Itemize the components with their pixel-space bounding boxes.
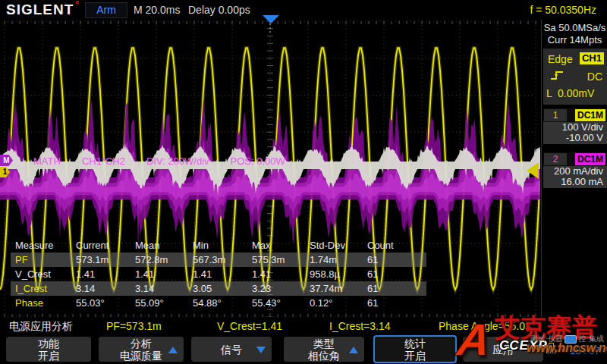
menu-button-analysis[interactable]: 分析电源质量 <box>99 337 184 362</box>
col-count: Count <box>367 238 410 253</box>
acquisition-status-badge: Arm <box>85 2 127 18</box>
network-device-icon <box>546 343 556 353</box>
brand-text: SIGLENT <box>6 2 74 17</box>
channel1-scale: 100 V/div <box>543 122 607 133</box>
error-cross-icon: ✕ <box>556 342 566 356</box>
timebase-readout: M 20.0ms <box>134 4 180 16</box>
down-arrow-icon <box>256 347 266 353</box>
rising-edge-icon <box>549 68 566 82</box>
channel1-info-box[interactable]: 1 DC1M 100 V/div -10.00 V <box>543 108 607 144</box>
math-div-scale: DIV: 200W/div <box>146 155 209 167</box>
channel1-values: 100 V/div -10.00 V <box>543 122 607 144</box>
col-measure: Measure <box>15 238 76 253</box>
trigger-info-box[interactable]: Edge CH1 DC L 0.00mV <box>543 49 607 105</box>
channel2-scale: 200 mA/div <box>543 166 607 177</box>
table-row-icrest: I_Crest 3.14 3.14 3.05 3.23 37.74m 61 <box>11 281 426 296</box>
table-row-pf: PF 573.1m 572.8m 567.3m 575.3m 1.74m 61 <box>11 253 426 267</box>
table-header-row: Measure Current Mean Min Max Std-Dev Cou… <box>11 238 426 253</box>
up-arrow-icon <box>168 347 178 353</box>
col-mean: Mean <box>135 238 193 253</box>
acquisition-info: Sa 50.0MSa/s Curr 14Mpts <box>542 22 607 46</box>
memory-depth: Curr 14Mpts <box>542 34 607 46</box>
channel2-offset: 16.00 mA <box>543 177 607 187</box>
trigger-coupling: DC <box>587 71 602 83</box>
trigger-mode: Edge <box>548 53 573 65</box>
math-expression: CH1*CH2 <box>82 155 125 167</box>
math-label: MATH <box>33 155 61 167</box>
brand-red-dot-icon <box>76 1 79 4</box>
brand-logo: SIGLENT <box>6 2 74 18</box>
channel2-info-box[interactable]: 2 DC1M 200 mA/div 16.00 mA <box>543 152 607 188</box>
status-phase: Phase Angle=55.03° <box>439 320 535 332</box>
table-row-vcrest: V_Crest 1.41 1.41 1.41 1.41 958.8µ 61 <box>11 267 426 281</box>
measurement-table: Measure Current Mean Min Max Std-Dev Cou… <box>11 238 426 310</box>
trigger-level-icon[interactable] <box>527 162 539 179</box>
math-channel-descriptor: MATH CH1*CH2 DIV: 200W/div POS: 0.00W <box>33 155 285 167</box>
trigger-source-badge: CH1 <box>580 52 604 64</box>
col-min: Min <box>193 238 252 253</box>
menu-button-apply[interactable]: 应用 <box>463 337 543 362</box>
trigger-level-readout: L 0.00mV <box>546 87 594 99</box>
trigger-position-icon[interactable] <box>263 15 279 24</box>
menu-button-signal[interactable]: 信号 <box>191 337 272 362</box>
menu-button-statistics[interactable]: 统计开启 <box>373 335 457 363</box>
menu-button-type[interactable]: 类型相位角 <box>284 337 364 362</box>
status-icrest: I_Crest=3.14 <box>329 320 391 332</box>
status-bar: 电源应用分析 PF=573.1m V_Crest=1.41 I_Crest=3.… <box>0 318 607 335</box>
app-title: 电源应用分析 <box>9 320 73 334</box>
channel2-number-badge: 2 <box>544 153 567 165</box>
status-pf: PF=573.1m <box>106 320 162 332</box>
right-sidebar: Sa 50.0MSa/s Curr 14Mpts Edge CH1 DC L 0… <box>541 20 607 317</box>
status-vcrest: V_Crest=1.41 <box>217 320 282 332</box>
channel2-values: 200 mA/div 16.00 mA <box>543 166 607 188</box>
channel1-number-badge: 1 <box>544 109 567 121</box>
top-bar: SIGLENT Arm M 20.0ms Delay 0.00ps f = 50… <box>0 0 607 20</box>
oscilloscope-screen: SIGLENT Arm M 20.0ms Delay 0.00ps f = 50… <box>0 0 607 364</box>
up-arrow-icon <box>349 347 358 353</box>
menu-button-function[interactable]: 功能开启 <box>6 337 91 362</box>
clock: 18 : 07 <box>570 345 600 356</box>
col-stddev: Std-Dev <box>310 238 367 253</box>
softkey-menu: 功能开启 分析电源质量 信号 类型相位角 统计开启 应用 <box>0 336 607 364</box>
math-position: POS: 0.00W <box>231 155 285 167</box>
channel2-coupling-badge: DC1M <box>575 153 605 165</box>
table-row-phase: Phase 55.03° 55.09° 54.88° 55.43° 0.12° … <box>11 296 426 310</box>
frequency-counter: f = 50.0350Hz <box>501 4 596 16</box>
channel1-coupling-badge: DC1M <box>575 109 605 121</box>
delay-readout: Delay 0.00ps <box>188 4 250 16</box>
col-max: Max <box>252 238 310 253</box>
channel1-offset: -10.00 V <box>543 133 607 143</box>
sample-rate: Sa 50.0MSa/s <box>542 22 607 34</box>
col-current: Current <box>76 238 135 253</box>
